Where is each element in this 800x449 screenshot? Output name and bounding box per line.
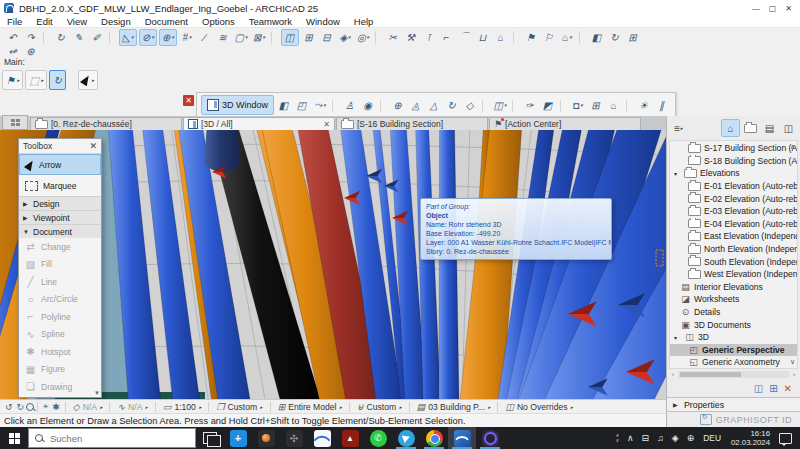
tab-3d-all[interactable]: [3D / All] ✕ (183, 117, 335, 130)
camera-add-icon[interactable]: ⊞ (588, 98, 604, 113)
sections-icon[interactable]: ∥ (654, 98, 670, 113)
zoom-value-dropdown[interactable]: ◇ N/A▸ (69, 402, 107, 412)
taskbar-app-chrome[interactable] (420, 427, 448, 449)
media-icon[interactable]: ♫ (653, 433, 668, 443)
grid-snap-icon[interactable]: #▾ (179, 30, 195, 45)
taskbar-app-archicad[interactable] (448, 427, 476, 449)
chevron-down-icon[interactable]: ▾ (674, 170, 681, 177)
desktop-scroll-arrows[interactable]: ∧∨ (611, 433, 623, 443)
turntable-icon[interactable]: ↻ (444, 98, 460, 113)
publisher-button[interactable]: ◫ (780, 120, 797, 136)
navigate-forward-icon[interactable]: ↻ (17, 402, 25, 412)
scroll-right-icon[interactable]: › (790, 371, 798, 377)
toolbox-group-viewpoint[interactable]: ▶ Viewpoint (19, 210, 101, 224)
taskbar-app-archicad-doc[interactable] (308, 427, 336, 449)
renovation-icon[interactable]: ◧ (589, 30, 605, 45)
guide-segment-icon[interactable]: ≋ (215, 30, 231, 45)
flag-icon[interactable]: ⚑ (523, 30, 539, 45)
shadow-icon[interactable]: ☀ (636, 98, 652, 113)
brush-icon[interactable]: ✑ (522, 98, 538, 113)
language-indicator[interactable]: DEU (698, 433, 726, 443)
taskbar-app-purple[interactable] (476, 427, 504, 449)
taskbar-app-fan[interactable]: ✣ (280, 427, 308, 449)
model-view-options-dropdown[interactable]: ▤ 03 Building P...▸ (413, 402, 495, 412)
tab-building-section[interactable]: [S-16 Building Section] (336, 117, 488, 130)
tree-item-e03[interactable]: E-03 Elevation (Auto-rebuild (670, 205, 797, 218)
taskbar-app-snipping[interactable] (252, 427, 280, 449)
tree-item-s17[interactable]: S-17 Building Section (Auto- (670, 142, 797, 155)
clone-folder-icon[interactable]: ◫ (754, 383, 763, 394)
properties-section-header[interactable]: ▶ Properties (667, 397, 800, 412)
set-square-icon[interactable]: ◺▾ (119, 29, 137, 46)
arrow-tool-button[interactable]: ▸ (78, 70, 99, 90)
marquee-mode-button[interactable]: ⬚▸ (25, 70, 47, 90)
renovation-filter-button[interactable]: ⚑▸ (2, 70, 23, 90)
navigate-back-icon[interactable]: ↺ (5, 402, 13, 412)
camera-icon[interactable]: ◘▾ (570, 98, 586, 113)
toolbox-group-document[interactable]: ▼ Document (19, 224, 101, 238)
task-view-button[interactable] (196, 427, 224, 449)
new-viewpoint-icon[interactable]: ⊞ (769, 383, 777, 394)
inject-parameters-icon[interactable]: ✐ (89, 30, 105, 45)
gravity-icon[interactable]: ⊕▾ (159, 29, 177, 46)
guide-line-icon[interactable]: ∕ (197, 30, 213, 45)
explode-icon[interactable]: ⊟ (319, 30, 335, 45)
redo-icon[interactable]: ↷ (23, 30, 39, 45)
modify-icon[interactable]: ◈▾ (337, 30, 353, 45)
tree-item-south-elevation[interactable]: South Elevation (Independe (670, 255, 797, 268)
split-icon[interactable]: ⚒ (403, 30, 419, 45)
look-to-icon[interactable]: ◬ (408, 98, 424, 113)
clock[interactable]: 16:16 02.03.2024 (726, 429, 775, 447)
close-toolbox-icon[interactable]: ✕ (89, 141, 97, 151)
compare-icon[interactable]: ◩ (540, 98, 556, 113)
graphisoft-id-icon[interactable] (700, 414, 712, 425)
home-story-icon[interactable]: ⌂▾ (559, 30, 575, 45)
resize-icon[interactable]: ⊔ (475, 30, 491, 45)
close-button[interactable]: ✕ (785, 4, 792, 13)
pan-icon[interactable]: ⌖ (43, 401, 48, 412)
trim-icon[interactable]: ✂ (385, 30, 401, 45)
tool-spline[interactable]: ∿ Spline (19, 326, 101, 344)
scroll-down-icon[interactable]: ∨ (790, 358, 795, 366)
tool-fill[interactable]: ▨ Fill (19, 256, 101, 274)
adjust-icon[interactable]: ⊺ (421, 30, 437, 45)
scroll-left-icon[interactable]: ‹ (669, 371, 677, 377)
menu-item[interactable]: Window (299, 16, 347, 27)
tree-item-elevations[interactable]: ▾ Elevations (670, 167, 797, 180)
tree-item-east-elevation[interactable]: East Elevation (Independent (670, 230, 797, 243)
scroll-up-icon[interactable]: ∧ (790, 143, 795, 151)
orbit-mode-button[interactable]: ↻ (49, 70, 65, 90)
structure-display-dropdown[interactable]: ⊞ Entire Model▸ (274, 402, 346, 412)
tool-drawing[interactable]: ❏ Drawing (19, 378, 101, 396)
navigator-horizontal-scrollbar[interactable]: ‹ › (669, 370, 798, 378)
autogroup-icon[interactable]: ⊞ (301, 30, 317, 45)
toolbox-group-design[interactable]: ▶ Design (19, 196, 101, 210)
clone-view-icon[interactable]: ◫▾ (492, 98, 508, 113)
scrollbar-track[interactable] (678, 371, 789, 378)
orbit-tool-icon[interactable]: ◎▾ (355, 30, 371, 45)
close-tab-icon[interactable]: ✕ (323, 120, 330, 129)
lock-icon[interactable]: ⊠▾ (251, 30, 267, 45)
walk-mode-icon[interactable]: ⤳▾ (312, 98, 328, 113)
tool-arc-circle[interactable]: ○ Arc/Circle (19, 291, 101, 309)
notification-icon[interactable] (779, 433, 792, 444)
tree-item-north-elevation[interactable]: North Elevation (Independe (670, 243, 797, 256)
toolbox-scroll-cue[interactable]: ▼ (94, 390, 100, 396)
fit-in-window-icon[interactable]: ✱ (52, 402, 60, 412)
suspend-groups-icon[interactable]: ⊘▾ (139, 29, 157, 46)
chevron-down-icon[interactable]: ▾ (674, 334, 681, 341)
tool-line[interactable]: ╱ Line (19, 273, 101, 291)
scrollbar-thumb[interactable] (680, 372, 741, 377)
taskbar-app-toolbox[interactable]: + (224, 427, 252, 449)
tree-item-e04[interactable]: E-04 Elevation (Auto-rebuild (670, 218, 797, 231)
menu-item[interactable]: Design (94, 16, 138, 27)
delete-icon[interactable]: ✕ (784, 383, 792, 394)
defender-icon[interactable]: ◈ (668, 433, 683, 443)
menu-item[interactable]: Teamwork (242, 16, 299, 27)
taskbar-app-acrobat[interactable]: ▲ (336, 427, 364, 449)
tab-overview-button[interactable] (2, 115, 28, 130)
start-button[interactable] (0, 427, 28, 449)
tree-item-e02[interactable]: E-02 Elevation (Auto-rebuild (670, 192, 797, 205)
menu-item[interactable]: Edit (29, 16, 59, 27)
hidden-icons-chevron[interactable]: ∧ (623, 433, 638, 443)
